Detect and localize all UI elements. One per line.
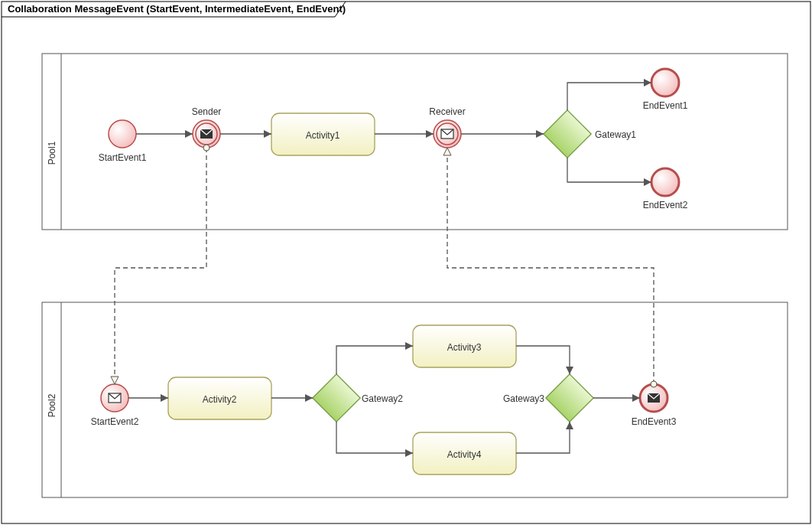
- receiver-label: Receiver: [429, 106, 465, 117]
- activity2[interactable]: Activity2: [168, 377, 271, 419]
- sender-label: Sender: [192, 106, 222, 117]
- activity3-label: Activity3: [447, 342, 482, 353]
- pool2-label: Pool2: [47, 393, 57, 417]
- gateway1-label: Gateway1: [595, 129, 636, 140]
- start-event-1-label: StartEvent1: [99, 152, 147, 163]
- activity1-label: Activity1: [306, 130, 340, 141]
- sender-event[interactable]: Sender: [192, 106, 222, 148]
- start-event-2-label: StartEvent2: [91, 416, 139, 427]
- svg-point-16: [651, 168, 679, 196]
- activity2-label: Activity2: [203, 394, 237, 405]
- gateway3-label: Gateway3: [503, 393, 544, 404]
- end-event-1-label: EndEvent1: [643, 100, 688, 111]
- diagram-title: Collaboration MessageEvent (StartEvent, …: [8, 3, 346, 15]
- bpmn-diagram: Collaboration MessageEvent (StartEvent, …: [0, 0, 812, 525]
- activity1[interactable]: Activity1: [271, 113, 375, 155]
- activity3[interactable]: Activity3: [413, 325, 516, 367]
- gateway2-label: Gateway2: [362, 393, 403, 404]
- svg-point-15: [651, 69, 679, 96]
- svg-point-6: [109, 120, 136, 148]
- activity4[interactable]: Activity4: [413, 432, 516, 474]
- end-event-2-label: EndEvent2: [643, 200, 688, 210]
- end-event-3-label: EndEvent3: [632, 416, 677, 427]
- pool1-label: Pool1: [47, 141, 57, 165]
- message-throw-icon: [200, 129, 213, 139]
- message-start-icon: [109, 393, 121, 403]
- activity4-label: Activity4: [447, 449, 482, 460]
- message-catch-icon: [441, 129, 453, 139]
- message-end-icon: [648, 393, 660, 403]
